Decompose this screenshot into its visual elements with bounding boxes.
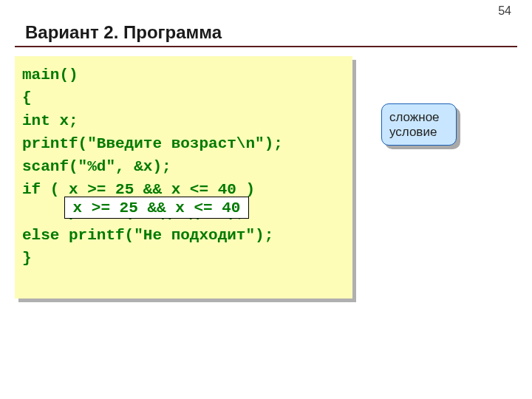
condition-inner-text: x >= 25 && x <= 40 xyxy=(73,200,241,216)
title-underline xyxy=(15,46,517,47)
code-line: } xyxy=(22,247,342,270)
code-line: printf("Введите возраст\n"); xyxy=(22,132,342,155)
code-line: int x; xyxy=(22,109,342,132)
code-line: { xyxy=(22,86,342,109)
code-block: main() { int x; printf("Введите возраст\… xyxy=(15,56,352,299)
condition-expr: x >= 25 && x <= 40 xyxy=(69,181,236,198)
code-line: scanf("%d", &x); xyxy=(22,155,342,178)
code-line: else printf("Не подходит"); xyxy=(22,224,342,247)
paren-close: ) xyxy=(236,181,255,198)
callout-line: условие xyxy=(389,125,437,140)
slide-title: Вариант 2. Программа xyxy=(25,22,222,43)
highlight-condition: x >= 25 && x <= 40 xyxy=(64,197,249,219)
code-line: main() xyxy=(22,64,342,86)
page-number: 54 xyxy=(498,4,511,18)
if-token: if ( xyxy=(22,181,69,198)
callout-label: сложное условие xyxy=(381,103,457,146)
callout-line: сложное xyxy=(389,110,440,125)
